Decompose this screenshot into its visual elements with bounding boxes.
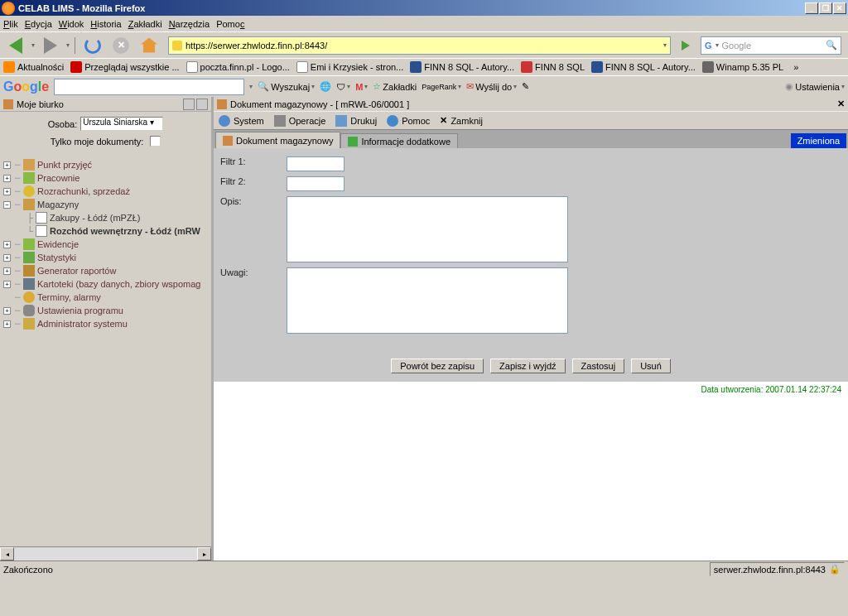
filtr2-input[interactable] bbox=[287, 176, 344, 191]
bookmarks-overflow[interactable]: » bbox=[793, 62, 798, 72]
url-bar[interactable]: https://serwer.zhwlodz.finn.pl:8443/ ▾ bbox=[168, 36, 671, 55]
url-dropdown[interactable]: ▾ bbox=[663, 41, 667, 49]
sidebar-scrollbar[interactable]: ◂ ▸ bbox=[0, 546, 211, 561]
dm-operacje[interactable]: Operacje bbox=[274, 115, 326, 127]
reload-button[interactable] bbox=[80, 35, 105, 56]
bookmark-finn1[interactable]: FINN 8 SQL - Autory... bbox=[410, 61, 514, 73]
bookmark-winamp[interactable]: Winamp 5.35 PL bbox=[702, 61, 783, 73]
bookmark-poczta[interactable]: poczta.finn.pl - Logo... bbox=[186, 61, 290, 73]
gbar-highlight-icon[interactable]: ✎ bbox=[522, 81, 529, 92]
tree-kartoteki[interactable]: +┈Kartoteki (bazy danych, zbiory wspomag bbox=[0, 277, 211, 291]
back-button[interactable] bbox=[3, 35, 28, 56]
forward-button[interactable] bbox=[38, 35, 63, 56]
expand-icon[interactable]: + bbox=[3, 267, 11, 275]
dm-pomoc[interactable]: Pomoc bbox=[387, 115, 430, 127]
zastosuj-button[interactable]: Zastosuj bbox=[572, 359, 625, 373]
expand-icon[interactable]: + bbox=[3, 281, 11, 288]
filtr1-input[interactable] bbox=[287, 156, 344, 171]
minimize-button[interactable]: _ bbox=[805, 2, 818, 14]
tree-magazyny[interactable]: −┈Magazyny bbox=[0, 198, 211, 211]
bookmark-emi[interactable]: Emi i Krzysiek - stron... bbox=[296, 61, 403, 73]
bookmark-finn3[interactable]: FINN 8 SQL - Autory... bbox=[591, 61, 696, 73]
tab-informacje[interactable]: Informacje dodatkowe bbox=[340, 133, 458, 148]
gbar-ustawienia[interactable]: ◉Ustawienia▾ bbox=[785, 81, 845, 92]
bookmark-przegladaj[interactable]: Przeglądaj wszystkie ... bbox=[70, 61, 179, 73]
sidebar-btn1[interactable] bbox=[183, 99, 195, 110]
tree-generator[interactable]: +┈Generator raportów bbox=[0, 264, 211, 277]
gbar-wyszukaj[interactable]: 🔍Wyszukaj▾ bbox=[258, 81, 315, 92]
collapse-icon[interactable]: − bbox=[3, 201, 11, 209]
menu-narzedzia[interactable]: Narzędzia bbox=[169, 19, 210, 29]
tree-zakupy[interactable]: ├Zakupy - Łódź (mPZŁ) bbox=[0, 211, 211, 224]
tree-pracownie[interactable]: +┈Pracownie bbox=[0, 171, 211, 185]
tree-admin[interactable]: +┈Administrator systemu bbox=[0, 317, 211, 330]
menu-plik[interactable]: Plik bbox=[3, 19, 18, 29]
menu-edycja[interactable]: Edycja bbox=[25, 19, 52, 29]
expand-icon[interactable]: + bbox=[3, 320, 11, 328]
opis-textarea[interactable] bbox=[287, 196, 568, 262]
gbar-blocker[interactable]: 🛡▾ bbox=[336, 82, 350, 92]
back-dropdown[interactable]: ▾ bbox=[31, 41, 35, 49]
expand-icon[interactable]: + bbox=[3, 175, 11, 182]
db-icon bbox=[23, 278, 35, 290]
gsearch-dropdown[interactable]: ▾ bbox=[249, 83, 253, 90]
gbar-gmail[interactable]: M▾ bbox=[355, 82, 368, 92]
scroll-left-button[interactable]: ◂ bbox=[0, 547, 14, 561]
search-bar[interactable]: G▾ Google 🔍 bbox=[701, 36, 841, 55]
tree-rozchod[interactable]: └Rozchód wewnętrzny - Łódź (mRW bbox=[0, 224, 211, 238]
menu-widok[interactable]: Widok bbox=[59, 19, 84, 29]
tree-punkt[interactable]: +┈Punkt przyjęć bbox=[0, 158, 211, 171]
google-toolbar: Google ▾ 🔍Wyszukaj▾ 🌐 🛡▾ M▾ ☆Zakładki Pa… bbox=[0, 75, 848, 97]
tylko-moje-checkbox[interactable] bbox=[150, 136, 161, 147]
graph-icon bbox=[23, 252, 35, 263]
stop-button[interactable]: ✕ bbox=[108, 35, 133, 56]
bookmark-aktualnosci[interactable]: Aktualności bbox=[3, 61, 64, 73]
gbar-zakladki[interactable]: ☆Zakładki bbox=[373, 81, 417, 92]
expand-icon[interactable]: + bbox=[3, 307, 11, 315]
powrot-button[interactable]: Powrót bez zapisu bbox=[391, 359, 484, 373]
expand-icon[interactable]: + bbox=[3, 241, 11, 248]
gbar-wyslij[interactable]: ✉Wyślij do▾ bbox=[466, 81, 517, 92]
osoba-select[interactable]: Urszula Siniarska ▾ bbox=[80, 117, 163, 131]
menu-pomoc[interactable]: Pomoc bbox=[216, 19, 244, 29]
tree-statystyki[interactable]: +┈Statystyki bbox=[0, 251, 211, 264]
scroll-right-button[interactable]: ▸ bbox=[197, 547, 211, 561]
bookmark-finn2[interactable]: FINN 8 SQL bbox=[521, 61, 585, 73]
tree-ustawienia[interactable]: +┈Ustawienia programu bbox=[0, 304, 211, 317]
home-button[interactable] bbox=[137, 35, 161, 56]
google-search-input[interactable] bbox=[54, 79, 244, 95]
expand-icon[interactable]: + bbox=[3, 188, 11, 195]
scroll-track[interactable] bbox=[14, 547, 197, 561]
dm-zamknij[interactable]: ✕Zamknij bbox=[440, 115, 483, 126]
finn-icon bbox=[521, 61, 532, 73]
gbar-news-icon[interactable]: 🌐 bbox=[320, 81, 331, 92]
dm-drukuj[interactable]: Drukuj bbox=[335, 115, 377, 127]
forward-dropdown[interactable]: ▾ bbox=[66, 41, 70, 49]
doc-close-button[interactable]: ✕ bbox=[837, 99, 845, 109]
go-button[interactable] bbox=[677, 37, 694, 54]
expand-icon[interactable]: + bbox=[3, 161, 11, 169]
window-titlebar: CELAB LIMS - Mozilla Firefox _ ❐ ✕ bbox=[0, 0, 848, 16]
sidebar-btn2[interactable] bbox=[196, 99, 208, 110]
bug-icon bbox=[70, 61, 82, 73]
tree-rozrachunki[interactable]: +┈Rozrachunki, sprzedaż bbox=[0, 185, 211, 198]
settings-icon: ◉ bbox=[785, 81, 793, 92]
search-icon[interactable]: 🔍 bbox=[826, 40, 837, 51]
tab-dokument[interactable]: Dokument magazynowy bbox=[215, 132, 340, 148]
blocker-icon: 🛡 bbox=[336, 82, 345, 92]
expand-icon[interactable]: + bbox=[3, 254, 11, 262]
menu-zakladki[interactable]: Zakładki bbox=[128, 19, 162, 29]
maximize-button[interactable]: ❐ bbox=[819, 2, 832, 14]
uwagi-textarea[interactable] bbox=[287, 267, 568, 334]
tree-terminy[interactable]: ┈Terminy, alarmy bbox=[0, 291, 211, 304]
usun-button[interactable]: Usuń bbox=[631, 359, 671, 373]
zapisz-button[interactable]: Zapisz i wyjdź bbox=[490, 359, 565, 373]
uwagi-label: Uwagi: bbox=[220, 267, 287, 277]
form-area: Filtr 1: Filtr 2: Opis: Uwagi: bbox=[214, 148, 848, 347]
gbar-pagerank[interactable]: PageRank▾ bbox=[422, 83, 461, 91]
sidebar-header: Moje biurko bbox=[0, 97, 211, 112]
menu-historia[interactable]: Historia bbox=[90, 19, 121, 29]
dm-system[interactable]: System bbox=[219, 115, 264, 127]
tree-ewidencje[interactable]: +┈Ewidencje bbox=[0, 238, 211, 251]
close-button[interactable]: ✕ bbox=[833, 2, 846, 14]
